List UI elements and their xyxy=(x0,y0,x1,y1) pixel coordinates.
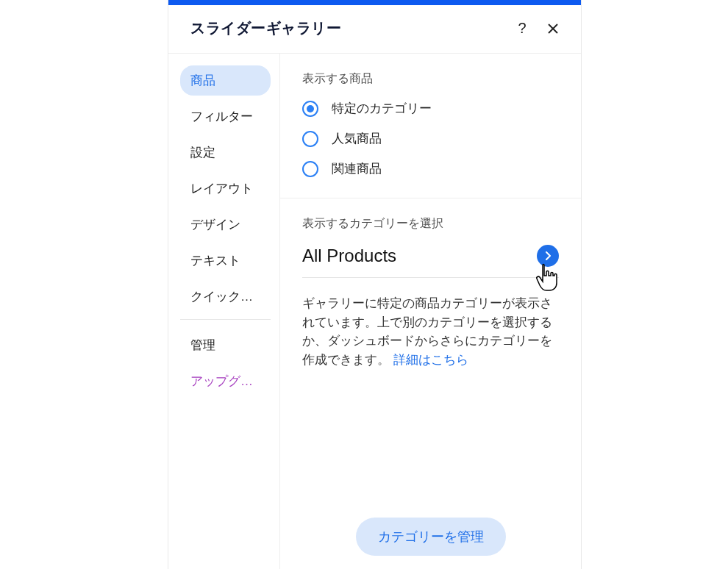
radio-specific-category[interactable]: 特定のカテゴリー xyxy=(302,100,559,117)
manage-categories-label: カテゴリーを管理 xyxy=(378,529,484,544)
panel-header: スライダーギャラリー ? xyxy=(168,5,581,54)
sidebar-item-filter[interactable]: フィルター xyxy=(180,101,271,132)
radio-label: 特定のカテゴリー xyxy=(332,100,432,117)
top-accent-bar xyxy=(168,0,581,5)
learn-more-link[interactable]: 詳細はこちら xyxy=(393,353,468,367)
sidebar-item-label: 管理 xyxy=(190,338,215,352)
selected-category-value: All Products xyxy=(302,246,396,266)
show-products-label: 表示する商品 xyxy=(302,71,559,87)
sidebar-item-quick[interactable]: クイック… xyxy=(180,282,271,312)
category-select[interactable]: All Products xyxy=(302,245,559,278)
sidebar-item-label: 設定 xyxy=(190,146,215,160)
manage-categories-button[interactable]: カテゴリーを管理 xyxy=(356,518,506,556)
sidebar: 商品 フィルター 設定 レイアウト デザイン テキスト クイック… 管理 アップ… xyxy=(168,54,280,569)
sidebar-item-settings[interactable]: 設定 xyxy=(180,137,271,168)
sidebar-item-label: フィルター xyxy=(190,110,253,124)
sidebar-item-layout[interactable]: レイアウト xyxy=(180,173,271,204)
main-content: 表示する商品 特定のカテゴリー 人気商品 関連商品 表示するカテゴリーを選択 A… xyxy=(280,54,581,569)
pointer-cursor-icon xyxy=(534,262,562,295)
sidebar-item-design[interactable]: デザイン xyxy=(180,210,271,240)
select-category-label: 表示するカテゴリーを選択 xyxy=(302,216,559,232)
radio-label: 関連商品 xyxy=(332,160,382,177)
category-description: ギャラリーに特定の商品カテゴリーが表示されています。上で別のカテゴリーを選択する… xyxy=(302,294,559,369)
sidebar-item-upgrade[interactable]: アップグ… xyxy=(180,366,271,396)
close-icon[interactable] xyxy=(544,20,562,37)
panel-body: 商品 フィルター 設定 レイアウト デザイン テキスト クイック… 管理 アップ… xyxy=(168,54,581,569)
sidebar-item-label: デザイン xyxy=(190,218,240,232)
sidebar-item-label: 商品 xyxy=(190,74,215,87)
sidebar-item-label: アップグ… xyxy=(190,374,253,388)
radio-label: 人気商品 xyxy=(332,130,382,147)
section-divider xyxy=(280,198,581,198)
sidebar-item-label: テキスト xyxy=(190,254,240,268)
sidebar-item-label: クイック… xyxy=(190,290,253,304)
settings-panel: スライダーギャラリー ? 商品 フィルター 設定 レイアウト デザイン テキスト… xyxy=(168,0,582,569)
help-icon[interactable]: ? xyxy=(513,20,531,37)
radio-related-products[interactable]: 関連商品 xyxy=(302,160,559,177)
panel-title: スライダーギャラリー xyxy=(190,18,500,38)
sidebar-item-manage[interactable]: 管理 xyxy=(180,330,271,360)
chevron-right-icon[interactable] xyxy=(537,245,559,267)
radio-icon xyxy=(302,131,318,147)
sidebar-item-products[interactable]: 商品 xyxy=(180,65,271,96)
sidebar-item-text[interactable]: テキスト xyxy=(180,246,271,276)
radio-popular-products[interactable]: 人気商品 xyxy=(302,130,559,147)
radio-icon xyxy=(302,101,318,117)
sidebar-item-label: レイアウト xyxy=(190,182,253,196)
radio-icon xyxy=(302,161,318,177)
sidebar-divider xyxy=(180,319,271,320)
